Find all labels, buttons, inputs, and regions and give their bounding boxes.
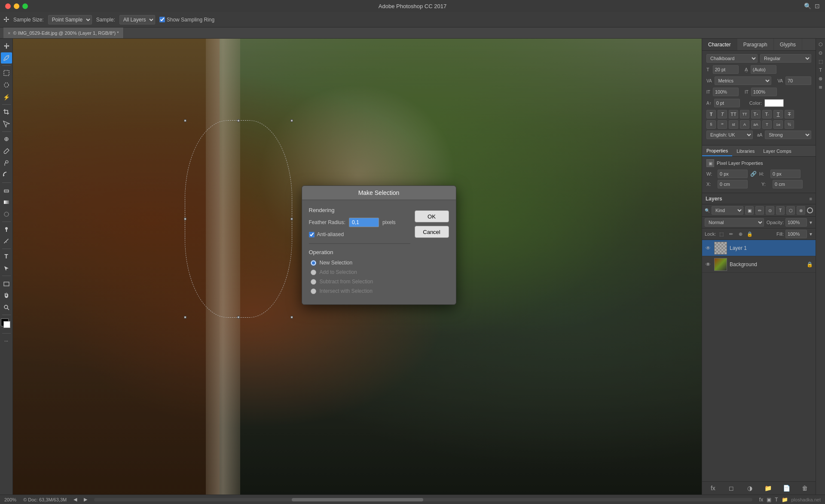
- add-to-selection-label[interactable]: Add to Selection: [320, 269, 357, 275]
- maximize-button[interactable]: [22, 3, 28, 9]
- pen-tool[interactable]: [1, 236, 12, 247]
- eyedropper-tool[interactable]: [1, 52, 12, 64]
- width-input[interactable]: [718, 170, 748, 178]
- filter-toggle[interactable]: [807, 207, 813, 213]
- strikethrough-button[interactable]: T: [785, 110, 794, 118]
- more-tools-button[interactable]: ···: [1, 335, 12, 346]
- font-size-input[interactable]: [713, 65, 739, 74]
- layers-menu-icon[interactable]: ≡: [810, 196, 812, 201]
- swash-button[interactable]: st: [729, 120, 738, 129]
- ordinals-button[interactable]: ꟹ: [718, 120, 727, 129]
- link-icon[interactable]: 🔗: [750, 171, 757, 177]
- rectangular-marquee-tool[interactable]: [1, 67, 12, 79]
- new-selection-label[interactable]: New Selection: [320, 260, 353, 266]
- small-caps-button[interactable]: TT: [740, 110, 749, 118]
- slice-tool[interactable]: [1, 118, 12, 130]
- sample-size-select[interactable]: Point Sample: [48, 15, 92, 24]
- eraser-tool[interactable]: [1, 185, 12, 196]
- show-sampling-ring-label[interactable]: Show Sampling Ring: [159, 17, 214, 23]
- right-strip-icon-3[interactable]: ⬚: [817, 58, 825, 65]
- add-to-selection-radio[interactable]: [311, 270, 316, 275]
- dodge-tool[interactable]: [1, 224, 12, 235]
- ok-button[interactable]: OK: [415, 210, 449, 222]
- intersect-with-selection-label[interactable]: Intersect with Selection: [320, 288, 373, 294]
- anti-alias-select[interactable]: Strong: [765, 131, 811, 139]
- subscript-button[interactable]: T-: [762, 110, 772, 118]
- lock-position-btn[interactable]: ✏: [727, 230, 735, 238]
- move-tool[interactable]: [1, 40, 12, 52]
- window-controls[interactable]: [5, 3, 28, 9]
- tab-paragraph[interactable]: Paragraph: [737, 39, 774, 50]
- crop-tool[interactable]: [1, 106, 12, 118]
- show-sampling-ring-checkbox[interactable]: [159, 17, 165, 22]
- blend-mode-select[interactable]: Normal: [705, 218, 764, 227]
- layer-item-background[interactable]: 👁 Background 🔒: [702, 256, 816, 273]
- bottom-icon-1[interactable]: fx: [759, 497, 763, 503]
- all-caps-button[interactable]: TT: [729, 110, 738, 118]
- new-selection-radio[interactable]: [311, 260, 316, 266]
- color-swatches[interactable]: [1, 319, 12, 330]
- filter-icon-1[interactable]: ▣: [745, 206, 754, 215]
- fill-input[interactable]: [785, 230, 807, 238]
- lock-all-btn[interactable]: 🔒: [746, 230, 754, 238]
- right-strip-icon-6[interactable]: ≋: [817, 83, 825, 91]
- height-input[interactable]: [770, 170, 801, 178]
- right-strip-icon-5[interactable]: ⊗: [817, 75, 825, 82]
- layer1-visibility-icon[interactable]: 👁: [705, 245, 712, 252]
- titling-button[interactable]: A: [740, 120, 749, 129]
- delete-layer-button[interactable]: 🗑: [796, 483, 813, 493]
- baseline-input[interactable]: [714, 99, 740, 107]
- right-strip-icon-2[interactable]: ⊙: [817, 49, 825, 57]
- subtract-from-selection-radio[interactable]: [311, 279, 316, 285]
- filter-icon-3[interactable]: ⊙: [766, 206, 774, 215]
- vscale-input[interactable]: [751, 88, 777, 96]
- lock-artboard-btn[interactable]: ⊕: [736, 230, 744, 238]
- bold-button[interactable]: T: [706, 110, 716, 118]
- stylistic-button[interactable]: T: [762, 120, 772, 129]
- tab-glyphs[interactable]: Glyphs: [774, 39, 802, 50]
- italic-button[interactable]: T: [718, 110, 727, 118]
- subtract-from-selection-label[interactable]: Subtract from Selection: [320, 279, 373, 285]
- type-tool[interactable]: T: [1, 251, 12, 262]
- zoom-tool[interactable]: [1, 302, 12, 313]
- tab-close-icon[interactable]: ×: [8, 30, 10, 36]
- new-layer-button[interactable]: 📄: [778, 483, 795, 493]
- fill-chevron[interactable]: ▼: [809, 232, 813, 237]
- close-button[interactable]: [5, 3, 11, 9]
- cancel-button[interactable]: Cancel: [415, 226, 449, 238]
- scrollbar-thumb[interactable]: [292, 498, 423, 501]
- path-select-tool[interactable]: [1, 263, 12, 274]
- filter-icon-2[interactable]: ✏: [755, 206, 764, 215]
- leading-input[interactable]: [751, 65, 776, 74]
- shape-tool[interactable]: [1, 278, 12, 289]
- tab-character[interactable]: Character: [702, 39, 737, 50]
- layer-mask-button[interactable]: ◻: [723, 483, 740, 493]
- anti-aliased-checkbox[interactable]: [309, 232, 315, 237]
- contextual-button[interactable]: aA: [751, 120, 761, 129]
- bottom-icon-4[interactable]: 📁: [782, 497, 788, 503]
- right-strip-icon-1[interactable]: ⬡: [817, 40, 825, 48]
- lock-pixels-btn[interactable]: ⬚: [718, 230, 725, 238]
- x-input[interactable]: [718, 180, 748, 188]
- superscript-button[interactable]: T+: [751, 110, 761, 118]
- nav-arrow-right[interactable]: ▶: [84, 497, 87, 502]
- wand-tool[interactable]: ⚡: [1, 91, 12, 103]
- font-style-select[interactable]: Regular: [760, 54, 811, 63]
- fraction-button[interactable]: ½: [785, 120, 794, 129]
- resize-icon[interactable]: ⊡: [815, 3, 820, 9]
- minimize-button[interactable]: [14, 3, 19, 9]
- hscale-input[interactable]: [713, 88, 739, 96]
- canvas-area[interactable]: Make Selection Rendering Feather Radius:…: [13, 39, 702, 495]
- language-select[interactable]: English: UK: [706, 131, 753, 139]
- intersect-with-selection-radio[interactable]: [311, 288, 316, 294]
- layer-effects-button[interactable]: fx: [705, 483, 721, 493]
- kerning-select[interactable]: Metrics: [715, 76, 772, 85]
- hand-tool[interactable]: [1, 290, 12, 301]
- stamp-tool[interactable]: [1, 158, 12, 169]
- nav-arrow-left[interactable]: ◀: [73, 497, 77, 502]
- tab-properties[interactable]: Properties: [702, 146, 732, 156]
- sample-select[interactable]: All Layers: [119, 15, 155, 24]
- blur-tool[interactable]: [1, 209, 12, 220]
- opacity-chevron[interactable]: ▼: [809, 220, 813, 225]
- opacity-input[interactable]: [785, 218, 807, 227]
